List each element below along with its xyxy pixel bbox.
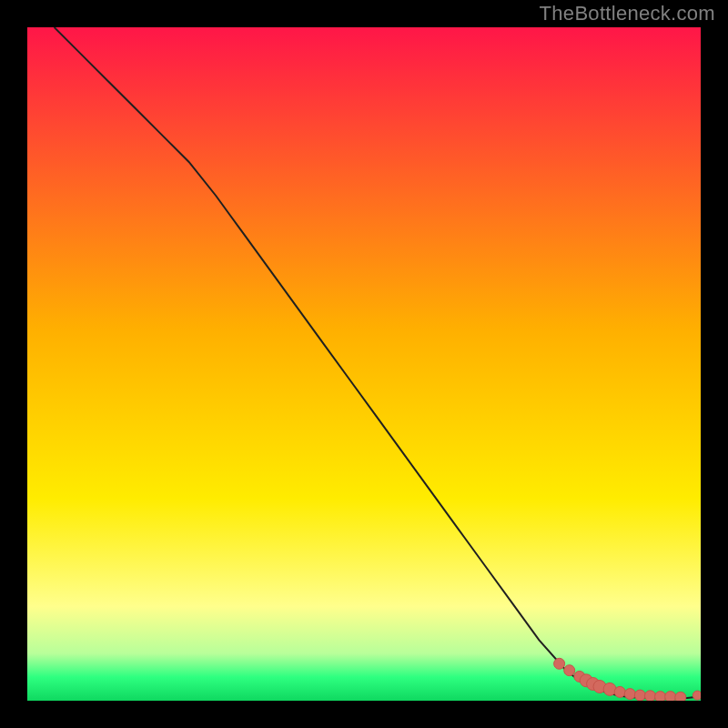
scatter-dot [675,692,686,701]
watermark-label: TheBottleneck.com [540,2,715,25]
scatter-dot [564,665,575,676]
scatter-dot [614,686,625,697]
scatter-dot [554,658,565,669]
plot-area [27,27,701,701]
scatter-dot [655,692,666,701]
scatter-cluster [554,658,701,701]
scatter-dot [665,692,676,701]
scatter-dot [645,691,656,701]
curve-line [55,27,698,698]
scatter-dot [624,689,635,700]
scatter-dot [693,691,701,700]
data-overlay [27,27,701,701]
chart-frame: TheBottleneck.com [0,0,728,728]
scatter-dot [634,690,645,701]
